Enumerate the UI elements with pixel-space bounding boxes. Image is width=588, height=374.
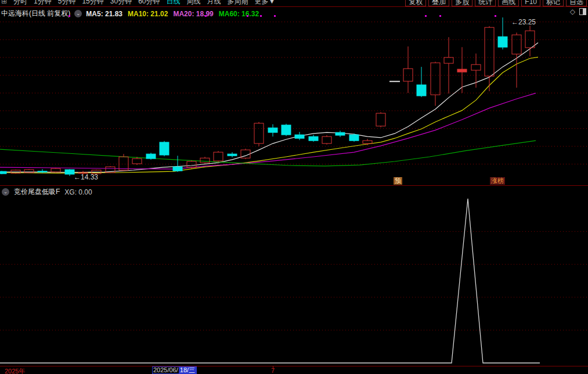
period-tab-月线[interactable]: 月线 — [207, 0, 221, 6]
year-label: 2025年 — [5, 367, 25, 374]
chart-corner-tools: ◇ — [570, 8, 586, 15]
signal-dot — [495, 15, 496, 17]
period-tabs: ⊞ 分时1分钟5分钟15分钟30分钟60分钟日线周线月线多周期更多▼ — [0, 0, 275, 6]
top-toolbar: ⊞ 分时1分钟5分钟15分钟30分钟60分钟日线周线月线多周期更多▼ 复权叠加多… — [0, 0, 588, 6]
period-tab-日线[interactable]: 日线 — [167, 0, 181, 6]
grid-layout-icon[interactable]: ⊞ — [1, 0, 7, 6]
signal-dot — [260, 15, 262, 17]
toolbar-buttons: 复权叠加多股统计画线F10标记自选 — [405, 0, 588, 6]
high-price-label: ←23.25 — [511, 18, 536, 26]
ma-legend: MA5: 21.83MA10: 21.02MA20: 18.99MA60: 16… — [86, 10, 259, 18]
ma-label: MA5: 21.83 — [86, 10, 122, 18]
signal-dot — [68, 15, 70, 17]
signal-dot — [205, 15, 207, 17]
period-tab-5分钟[interactable]: 5分钟 — [58, 0, 76, 6]
low-price-label: ←14.33 — [74, 173, 98, 181]
period-tab-30分钟[interactable]: 30分钟 — [110, 0, 132, 6]
stock-title: 中远海科(日线 前复权) — [1, 9, 70, 19]
indicator-label-row: ⌄ 竞价尾盘低吸F XG: 0.00 — [2, 187, 92, 197]
indicator-chart[interactable] — [0, 186, 588, 365]
selected-date-highlight: 18/三 — [179, 367, 196, 373]
period-tab-多周期[interactable]: 多周期 — [228, 0, 248, 6]
toolbar-button-画线[interactable]: 画线 — [498, 0, 519, 6]
selected-date-box[interactable]: 2025/06/ 18/三 — [152, 366, 197, 374]
main-candlestick-chart[interactable] — [0, 7, 588, 185]
indicator-name: 竞价尾盘低吸F — [14, 187, 60, 197]
collapse-chevron-icon[interactable]: ⌄ — [74, 10, 82, 17]
stock-chart-window: ⊞ 分时1分钟5分钟15分钟30分钟60分钟日线周线月线多周期更多▼ 复权叠加多… — [0, 0, 588, 374]
period-tab-周线[interactable]: 周线 — [187, 0, 201, 6]
month-label: 7 — [271, 367, 275, 374]
period-tab-15分钟[interactable]: 15分钟 — [82, 0, 103, 6]
forecast-tag[interactable]: 预 — [394, 177, 402, 185]
indicator-collapse-icon[interactable]: ⌄ — [2, 188, 9, 196]
toolbar-button-统计[interactable]: 统计 — [475, 0, 496, 6]
ma-label: MA20: 18.99 — [173, 10, 213, 18]
panel-split-icon[interactable] — [579, 8, 586, 15]
signal-dot — [439, 15, 441, 17]
signal-dot — [274, 15, 276, 17]
toolbar-button-标记[interactable]: 标记 — [543, 0, 564, 6]
toolbar-button-叠加[interactable]: 叠加 — [428, 0, 449, 6]
period-tab-分时[interactable]: 分时 — [13, 0, 27, 6]
chart-title-row: 中远海科(日线 前复权) ⌄ MA5: 21.83MA10: 21.02MA20… — [1, 9, 259, 19]
signal-dot — [247, 15, 248, 17]
selected-date-prefix: 2025/06/ — [153, 367, 179, 373]
period-tab-更多▼[interactable]: 更多▼ — [255, 0, 276, 6]
diamond-tool-icon[interactable]: ◇ — [570, 8, 575, 15]
period-tab-1分钟[interactable]: 1分钟 — [34, 0, 52, 6]
period-tab-60分钟[interactable]: 60分钟 — [138, 0, 160, 6]
ma-label: MA60: 16.32 — [219, 10, 259, 18]
ma-label: MA10: 21.02 — [128, 10, 168, 18]
toolbar-button-多股[interactable]: 多股 — [452, 0, 472, 6]
signal-dot — [425, 15, 427, 17]
date-axis: 2025年 7 2025/06/ 18/三 — [0, 366, 588, 374]
toolbar-button-F10[interactable]: F10 — [521, 0, 540, 6]
limit-up-rank-tag[interactable]: 涨榜 — [490, 177, 505, 185]
toolbar-button-自选[interactable]: 自选 — [566, 0, 587, 6]
indicator-value: XG: 0.00 — [64, 188, 92, 196]
toolbar-button-复权[interactable]: 复权 — [405, 0, 426, 6]
